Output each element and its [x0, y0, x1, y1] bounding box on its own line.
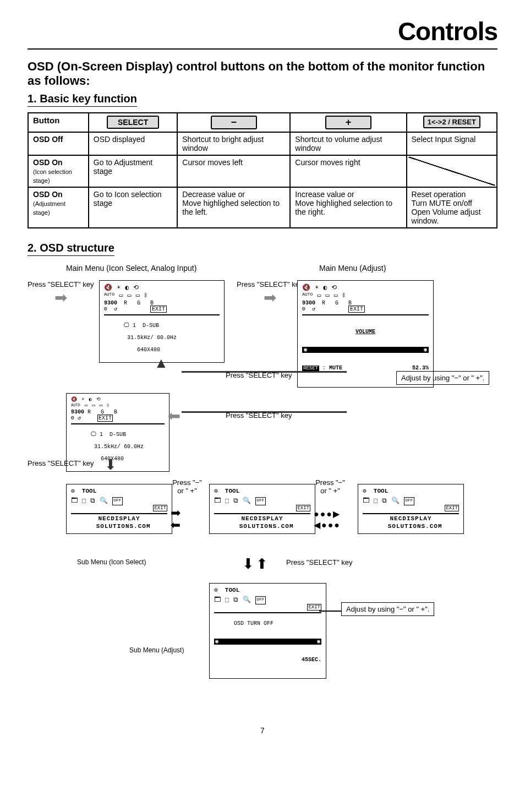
- sub-menu-tool-3: ⚙ TOOL 🗔⬚⧉🔍 OFF EXIT NECDISPLAY SOLUTION…: [358, 484, 464, 534]
- monitor-icon: 🖵: [124, 323, 129, 329]
- freq-line: 31.5kHz/ 60.0Hz: [127, 335, 177, 341]
- res-line: 640X480: [137, 347, 160, 353]
- cell: Increase value orMove highlighed selecti…: [290, 187, 406, 228]
- rect-icon: ▭: [136, 292, 140, 299]
- header-button: Button: [28, 113, 89, 132]
- sub-menu-tool-2: ⚙ TOOL 🗔⬚⧉🔍 OFF EXIT NECDISPLAY SOLUTION…: [209, 484, 315, 534]
- cell: Go to Icon selection stage: [89, 187, 177, 228]
- tool-icon: ⚙: [214, 587, 218, 593]
- rgb-letters: R G B: [322, 300, 352, 306]
- reset-button: 1<->2 / RESET: [423, 116, 480, 128]
- bars-icon: ⫴: [342, 292, 345, 299]
- osd-icon-row: AUTO ▭ ▭ ▭ ⫴: [302, 292, 429, 299]
- press-select-note-3: Press "SELECT" key: [286, 558, 353, 566]
- section-1-heading: 1. Basic key function: [28, 92, 137, 107]
- header-reset: 1<->2 / RESET: [407, 113, 497, 132]
- volume-title: VOLUME: [302, 329, 429, 335]
- section-2-heading: 2. OSD structure: [28, 242, 114, 256]
- press-select-center: Press "SELECT" key ➡: [237, 280, 303, 307]
- osd-icon-row: AUTO ▭ ▭ ▭ ⫴: [104, 292, 220, 299]
- auto-icon: ⟲: [331, 284, 337, 292]
- brightness-icon: ☀: [315, 284, 319, 292]
- tool-icon: ⚙: [302, 306, 305, 312]
- volume-value: 52.3%: [412, 365, 429, 372]
- tool-icon: ⚙: [71, 488, 75, 494]
- cell: Cursor moves left: [177, 155, 290, 187]
- arrow-down-icon: ⬇: [105, 456, 117, 473]
- press-minus-plus-2: Press "−" or " +": [314, 478, 347, 495]
- cell: Reset operation Turn MUTE on/off Open Vo…: [407, 187, 497, 228]
- rgb-letters: R G B: [124, 300, 154, 306]
- timer-icon: ⧉: [90, 497, 95, 505]
- dots-left: ◀●●●: [314, 520, 341, 530]
- osd-icon-row: 🔇 ☀ ◐ ⟲: [104, 284, 220, 292]
- row-note: (Adjustment stage): [33, 200, 65, 216]
- connector-line-2: [182, 411, 347, 413]
- arrow-left-icon: ➡: [171, 518, 181, 532]
- temp-9300: 9300: [302, 300, 315, 306]
- row-note: (Icon selection stage): [33, 168, 72, 184]
- cell: Shortcut to volume adjust window: [290, 132, 406, 155]
- reset-icon: ↺: [114, 306, 117, 312]
- arrow-right-icon: ➡: [54, 289, 67, 306]
- table-row: OSD On(Icon selection stage) Go to Adjus…: [28, 155, 497, 187]
- dsub-line: 1 D-SUB: [133, 323, 159, 329]
- arrow-up-icon: ▲: [154, 355, 168, 372]
- plus-button: +: [325, 116, 371, 129]
- exit-label: EXIT: [150, 306, 167, 313]
- intro-heading: OSD (On-Screen Display) control buttons …: [28, 59, 497, 88]
- exit-label: EXIT: [348, 306, 365, 313]
- header-minus: −: [177, 113, 290, 132]
- off-label: OFF: [112, 497, 122, 505]
- mute-label: MUTE: [329, 365, 342, 371]
- auto-text: AUTO: [104, 292, 114, 299]
- contrast-icon: ◐: [323, 284, 327, 292]
- tool-icon: ⚙: [104, 306, 107, 312]
- rect-icon: ▭: [119, 292, 123, 299]
- header-plus: +: [290, 113, 406, 132]
- osd-timer: 45SEC.: [214, 657, 321, 663]
- arrow-left-icon: ➡: [168, 407, 181, 425]
- zoom-icon: 🔍: [100, 497, 108, 505]
- auto-text: AUTO: [302, 292, 313, 299]
- tool-title: TOOL: [82, 488, 96, 494]
- page-number: 7: [28, 726, 497, 735]
- adjust-hint-box-1: Adjust by using "−" or " +".: [396, 371, 489, 385]
- rect-icon: ▭: [127, 292, 131, 299]
- exit-label: EXIT: [153, 505, 167, 511]
- arrow-right-icon: ➡: [264, 289, 276, 306]
- arrow-down-icon: ⬇: [242, 555, 254, 573]
- select-button: SELECT: [107, 116, 159, 129]
- nec-footer: NECDISPLAY SOLUTIONS.COM: [71, 513, 167, 530]
- osd-icon-row: 🔇 ☀ ◐ ⟲: [302, 284, 429, 292]
- dots-right: ●●●▶: [314, 509, 341, 519]
- cell: Decrease value orMove highlighed selecti…: [177, 187, 290, 228]
- pos-icon: ⬚: [82, 497, 86, 505]
- cell: Cursor moves right: [290, 155, 406, 187]
- tool-icon: ⚙: [363, 488, 367, 494]
- diagonal-empty-cell: [407, 155, 497, 187]
- rect-icon: ▭: [317, 292, 321, 299]
- rect-icon: ▭: [325, 292, 329, 299]
- main-menu-adjust-label: Main Menu (Adjust): [319, 264, 386, 273]
- cell: Go to Adjustment stage: [89, 155, 177, 187]
- main-menu-icon-label: Main Menu (Icon Select, Analog Input): [66, 264, 196, 273]
- osd-turn-off: OSD TURN OFF: [234, 620, 274, 626]
- header-select: SELECT: [89, 113, 177, 132]
- cell: OSD displayed: [89, 132, 177, 155]
- page-title: Controls: [28, 17, 497, 50]
- table-row: OSD Off OSD displayed Shortcut to bright…: [28, 132, 497, 155]
- reset-tag: RESET: [302, 366, 319, 371]
- sub-menu-adjust-label: Sub Menu (Adjust): [129, 646, 184, 654]
- brightness-icon: ☀: [117, 284, 121, 292]
- table-row: OSD On(Adjustment stage) Go to Icon sele…: [28, 187, 497, 228]
- minus-button: −: [211, 116, 257, 129]
- row-label: OSD On: [33, 190, 63, 199]
- rect-icon: ▭: [334, 292, 338, 299]
- row-label: OSD Off: [33, 135, 63, 144]
- adjust-hint-box-2: Adjust by using "−" or " +".: [341, 602, 434, 616]
- speaker-icon: 🔇: [302, 284, 310, 292]
- bars-icon: ⫴: [144, 292, 147, 299]
- key-function-table: Button SELECT − + 1<->2 / RESET OSD Off …: [28, 112, 497, 228]
- press-select-left: Press "SELECT" key ➡: [28, 280, 94, 307]
